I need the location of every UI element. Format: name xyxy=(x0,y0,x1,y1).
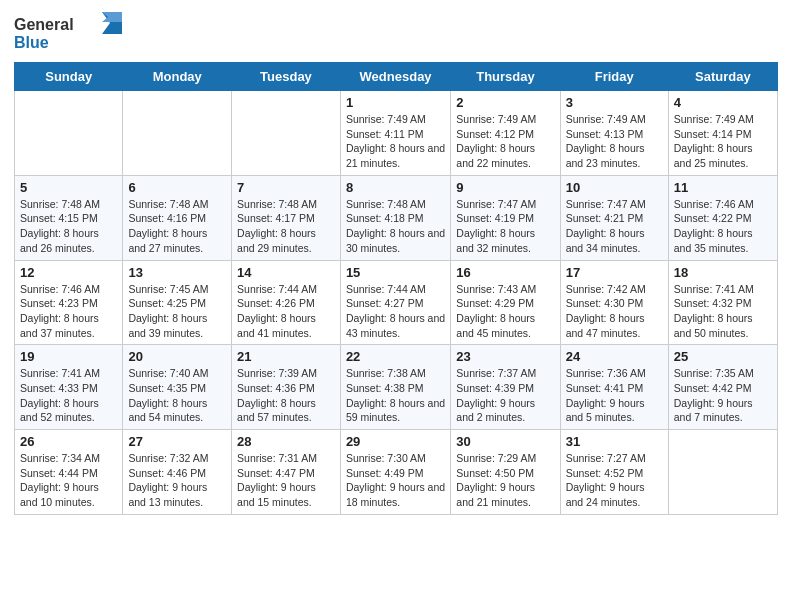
svg-text:Blue: Blue xyxy=(14,34,49,51)
day-info: Sunrise: 7:41 AM Sunset: 4:33 PM Dayligh… xyxy=(20,366,117,425)
calendar-day-2: 2Sunrise: 7:49 AM Sunset: 4:12 PM Daylig… xyxy=(451,91,560,176)
day-number: 9 xyxy=(456,180,554,195)
day-number: 31 xyxy=(566,434,663,449)
calendar-day-24: 24Sunrise: 7:36 AM Sunset: 4:41 PM Dayli… xyxy=(560,345,668,430)
calendar-day-23: 23Sunrise: 7:37 AM Sunset: 4:39 PM Dayli… xyxy=(451,345,560,430)
calendar-day-25: 25Sunrise: 7:35 AM Sunset: 4:42 PM Dayli… xyxy=(668,345,777,430)
calendar-day-20: 20Sunrise: 7:40 AM Sunset: 4:35 PM Dayli… xyxy=(123,345,232,430)
calendar-day-12: 12Sunrise: 7:46 AM Sunset: 4:23 PM Dayli… xyxy=(15,260,123,345)
day-info: Sunrise: 7:49 AM Sunset: 4:14 PM Dayligh… xyxy=(674,112,772,171)
day-info: Sunrise: 7:42 AM Sunset: 4:30 PM Dayligh… xyxy=(566,282,663,341)
day-number: 28 xyxy=(237,434,335,449)
day-info: Sunrise: 7:36 AM Sunset: 4:41 PM Dayligh… xyxy=(566,366,663,425)
day-number: 26 xyxy=(20,434,117,449)
day-info: Sunrise: 7:48 AM Sunset: 4:15 PM Dayligh… xyxy=(20,197,117,256)
calendar-day-empty xyxy=(668,430,777,515)
day-info: Sunrise: 7:34 AM Sunset: 4:44 PM Dayligh… xyxy=(20,451,117,510)
page-container: GeneralBlue SundayMondayTuesdayWednesday… xyxy=(0,0,792,525)
day-info: Sunrise: 7:49 AM Sunset: 4:12 PM Dayligh… xyxy=(456,112,554,171)
day-number: 3 xyxy=(566,95,663,110)
day-info: Sunrise: 7:47 AM Sunset: 4:21 PM Dayligh… xyxy=(566,197,663,256)
day-info: Sunrise: 7:31 AM Sunset: 4:47 PM Dayligh… xyxy=(237,451,335,510)
day-number: 22 xyxy=(346,349,445,364)
day-number: 15 xyxy=(346,265,445,280)
day-number: 24 xyxy=(566,349,663,364)
calendar-week-2: 5Sunrise: 7:48 AM Sunset: 4:15 PM Daylig… xyxy=(15,175,778,260)
day-info: Sunrise: 7:48 AM Sunset: 4:16 PM Dayligh… xyxy=(128,197,226,256)
day-info: Sunrise: 7:44 AM Sunset: 4:26 PM Dayligh… xyxy=(237,282,335,341)
day-info: Sunrise: 7:38 AM Sunset: 4:38 PM Dayligh… xyxy=(346,366,445,425)
calendar-day-3: 3Sunrise: 7:49 AM Sunset: 4:13 PM Daylig… xyxy=(560,91,668,176)
calendar-day-28: 28Sunrise: 7:31 AM Sunset: 4:47 PM Dayli… xyxy=(232,430,341,515)
day-info: Sunrise: 7:40 AM Sunset: 4:35 PM Dayligh… xyxy=(128,366,226,425)
day-info: Sunrise: 7:48 AM Sunset: 4:17 PM Dayligh… xyxy=(237,197,335,256)
day-number: 17 xyxy=(566,265,663,280)
weekday-header-friday: Friday xyxy=(560,63,668,91)
day-number: 2 xyxy=(456,95,554,110)
calendar-day-14: 14Sunrise: 7:44 AM Sunset: 4:26 PM Dayli… xyxy=(232,260,341,345)
logo: GeneralBlue xyxy=(14,10,124,54)
day-number: 7 xyxy=(237,180,335,195)
day-number: 13 xyxy=(128,265,226,280)
day-info: Sunrise: 7:29 AM Sunset: 4:50 PM Dayligh… xyxy=(456,451,554,510)
day-number: 23 xyxy=(456,349,554,364)
day-number: 11 xyxy=(674,180,772,195)
calendar-day-22: 22Sunrise: 7:38 AM Sunset: 4:38 PM Dayli… xyxy=(340,345,450,430)
day-info: Sunrise: 7:47 AM Sunset: 4:19 PM Dayligh… xyxy=(456,197,554,256)
day-info: Sunrise: 7:41 AM Sunset: 4:32 PM Dayligh… xyxy=(674,282,772,341)
day-number: 25 xyxy=(674,349,772,364)
calendar-day-29: 29Sunrise: 7:30 AM Sunset: 4:49 PM Dayli… xyxy=(340,430,450,515)
calendar-day-21: 21Sunrise: 7:39 AM Sunset: 4:36 PM Dayli… xyxy=(232,345,341,430)
day-info: Sunrise: 7:30 AM Sunset: 4:49 PM Dayligh… xyxy=(346,451,445,510)
svg-text:General: General xyxy=(14,16,74,33)
calendar-day-19: 19Sunrise: 7:41 AM Sunset: 4:33 PM Dayli… xyxy=(15,345,123,430)
day-number: 10 xyxy=(566,180,663,195)
calendar-day-8: 8Sunrise: 7:48 AM Sunset: 4:18 PM Daylig… xyxy=(340,175,450,260)
calendar-week-3: 12Sunrise: 7:46 AM Sunset: 4:23 PM Dayli… xyxy=(15,260,778,345)
calendar-day-6: 6Sunrise: 7:48 AM Sunset: 4:16 PM Daylig… xyxy=(123,175,232,260)
calendar-week-5: 26Sunrise: 7:34 AM Sunset: 4:44 PM Dayli… xyxy=(15,430,778,515)
day-number: 1 xyxy=(346,95,445,110)
day-number: 18 xyxy=(674,265,772,280)
weekday-header-tuesday: Tuesday xyxy=(232,63,341,91)
generalblue-logo-svg: GeneralBlue xyxy=(14,10,124,54)
page-header: GeneralBlue xyxy=(14,10,778,54)
calendar-day-7: 7Sunrise: 7:48 AM Sunset: 4:17 PM Daylig… xyxy=(232,175,341,260)
weekday-header-wednesday: Wednesday xyxy=(340,63,450,91)
calendar-day-13: 13Sunrise: 7:45 AM Sunset: 4:25 PM Dayli… xyxy=(123,260,232,345)
day-info: Sunrise: 7:45 AM Sunset: 4:25 PM Dayligh… xyxy=(128,282,226,341)
day-info: Sunrise: 7:49 AM Sunset: 4:11 PM Dayligh… xyxy=(346,112,445,171)
weekday-header-thursday: Thursday xyxy=(451,63,560,91)
day-number: 8 xyxy=(346,180,445,195)
day-info: Sunrise: 7:43 AM Sunset: 4:29 PM Dayligh… xyxy=(456,282,554,341)
day-number: 16 xyxy=(456,265,554,280)
calendar-day-10: 10Sunrise: 7:47 AM Sunset: 4:21 PM Dayli… xyxy=(560,175,668,260)
calendar-day-31: 31Sunrise: 7:27 AM Sunset: 4:52 PM Dayli… xyxy=(560,430,668,515)
calendar-day-16: 16Sunrise: 7:43 AM Sunset: 4:29 PM Dayli… xyxy=(451,260,560,345)
day-number: 21 xyxy=(237,349,335,364)
weekday-header-sunday: Sunday xyxy=(15,63,123,91)
weekday-header-monday: Monday xyxy=(123,63,232,91)
day-info: Sunrise: 7:44 AM Sunset: 4:27 PM Dayligh… xyxy=(346,282,445,341)
calendar-day-26: 26Sunrise: 7:34 AM Sunset: 4:44 PM Dayli… xyxy=(15,430,123,515)
day-number: 12 xyxy=(20,265,117,280)
day-number: 29 xyxy=(346,434,445,449)
calendar-week-4: 19Sunrise: 7:41 AM Sunset: 4:33 PM Dayli… xyxy=(15,345,778,430)
calendar-day-9: 9Sunrise: 7:47 AM Sunset: 4:19 PM Daylig… xyxy=(451,175,560,260)
day-number: 14 xyxy=(237,265,335,280)
calendar-day-empty xyxy=(232,91,341,176)
day-number: 27 xyxy=(128,434,226,449)
weekday-header-row: SundayMondayTuesdayWednesdayThursdayFrid… xyxy=(15,63,778,91)
svg-marker-3 xyxy=(102,12,122,22)
weekday-header-saturday: Saturday xyxy=(668,63,777,91)
day-info: Sunrise: 7:49 AM Sunset: 4:13 PM Dayligh… xyxy=(566,112,663,171)
day-number: 4 xyxy=(674,95,772,110)
calendar-day-4: 4Sunrise: 7:49 AM Sunset: 4:14 PM Daylig… xyxy=(668,91,777,176)
calendar-day-15: 15Sunrise: 7:44 AM Sunset: 4:27 PM Dayli… xyxy=(340,260,450,345)
day-info: Sunrise: 7:48 AM Sunset: 4:18 PM Dayligh… xyxy=(346,197,445,256)
day-number: 20 xyxy=(128,349,226,364)
calendar-week-1: 1Sunrise: 7:49 AM Sunset: 4:11 PM Daylig… xyxy=(15,91,778,176)
calendar-day-empty xyxy=(123,91,232,176)
day-info: Sunrise: 7:46 AM Sunset: 4:23 PM Dayligh… xyxy=(20,282,117,341)
day-info: Sunrise: 7:32 AM Sunset: 4:46 PM Dayligh… xyxy=(128,451,226,510)
